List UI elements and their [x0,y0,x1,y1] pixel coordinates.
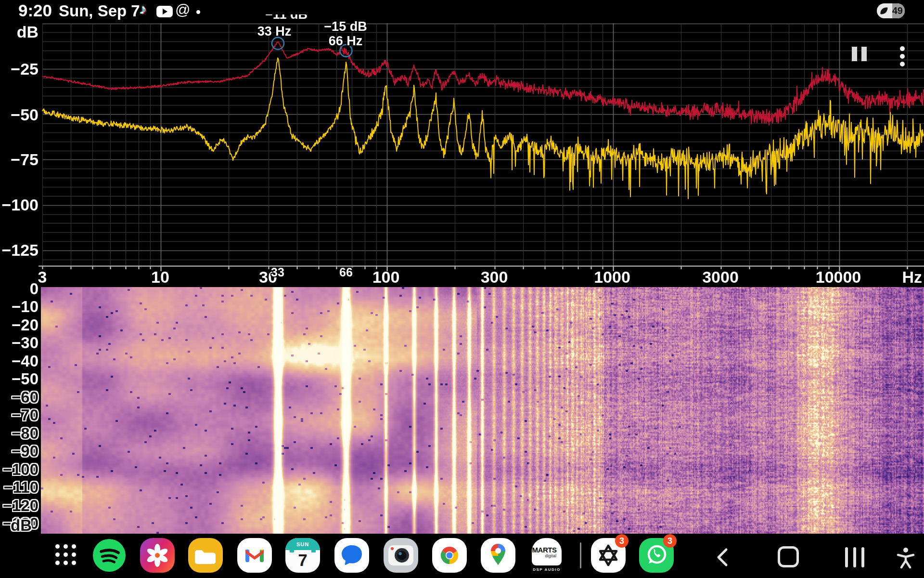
sg-tick: −30 [0,334,38,352]
accessibility-person-icon [894,546,917,569]
spotify-icon [92,538,127,573]
y-axis-unit: dB [0,23,38,41]
x-tick: 10 [127,268,194,287]
gmail-icon [237,538,272,573]
chatgpt-badge: 3 [615,534,629,548]
x-tick: 10000 [805,268,872,287]
sg-tick: −20 [0,316,38,334]
sg-tick: 0 [0,280,38,298]
sg-tick: −100 [0,460,38,479]
peak-marker-db-66: −15 dB [317,20,374,34]
x-tick: 300 [461,268,528,287]
gallery-flower-icon [140,538,175,573]
folder-icon [188,538,223,573]
sg-tick: −10 [0,298,38,316]
threads-notification-icon: @ [175,1,190,19]
sg-tick: −60 [0,388,38,407]
calendar-weekday: SUN [285,538,320,550]
app-chrome[interactable] [432,538,467,573]
status-bar[interactable]: 9:20 Sun, Sep 7 ♪ @ 49 [0,0,924,22]
home-icon [778,546,799,567]
spectrogram-waterfall[interactable] [41,287,924,534]
tiktok-notification-icon: ♪ [140,1,147,17]
power-saving-leaf-icon [879,6,889,16]
y-tick: −100 [0,196,38,214]
spectrum-plot[interactable] [0,0,924,289]
marts-title: MARTS [529,546,559,554]
harmonic-axis-label-66: 66 [312,265,380,279]
sg-tick: −110 [0,478,38,497]
messages-bubble-icon [334,538,369,573]
x-tick: 1000 [578,268,646,287]
marts-subtitle: digital [529,553,556,558]
sg-unit: dB [0,516,32,535]
youtube-notification-icon [156,6,173,17]
y-tick: −125 [0,241,38,260]
sg-tick: −40 [0,352,38,370]
y-tick: −50 [0,105,38,124]
overflow-menu-button[interactable] [897,44,908,69]
app-messages[interactable] [334,538,369,573]
camera-lens-icon [384,538,418,573]
maps-pin-icon [481,538,515,573]
app-gallery[interactable] [140,538,175,573]
android-screen: 9:20 Sun, Sep 7 ♪ @ 49 dB −25 −50 −75 −1… [0,0,924,578]
peak-marker-db-33-clipped: −11 dB [257,14,315,24]
app-marts-digital[interactable]: MARTS digital DSP AUDIO [529,538,564,573]
dock-separator [580,542,581,568]
clock: 9:20 [18,1,52,20]
app-maps[interactable] [481,538,515,573]
app-my-files[interactable] [188,538,223,573]
chrome-icon [432,538,467,573]
sg-tick: −70 [0,406,38,424]
calendar-day: 7 [285,551,320,570]
app-whatsapp[interactable]: 3 [639,538,674,573]
app-spotify[interactable] [92,538,127,573]
app-camera[interactable] [384,538,418,573]
whatsapp-badge: 3 [663,534,677,548]
nav-home-button[interactable] [778,538,799,573]
sg-tick: −120 [0,497,38,515]
back-chevron-icon [712,546,735,569]
recents-icon [845,547,848,567]
peak-marker-freq-66: 66 Hz [317,34,374,48]
sg-tick: −80 [0,424,38,443]
x-axis-unit: Hz [884,268,922,287]
y-tick: −25 [0,60,38,79]
marts-caption: DSP AUDIO [529,567,564,572]
sg-tick: −50 [0,370,38,388]
app-chatgpt[interactable]: 3 [591,538,626,573]
taskbar-dock: SUN 7 [0,534,924,578]
more-notifications-dot [196,10,200,14]
battery-indicator: 49 [877,3,905,18]
nav-back-button[interactable] [712,538,735,573]
x-tick: 3000 [687,268,754,287]
app-calendar[interactable]: SUN 7 [285,538,320,573]
pause-button[interactable] [852,47,868,61]
date: Sun, Sep 7 [59,2,140,20]
app-drawer-button[interactable] [55,544,77,565]
sg-tick: −90 [0,442,38,460]
y-tick: −75 [0,150,38,169]
harmonic-axis-label-33: 33 [244,265,311,279]
app-gmail[interactable] [237,538,272,573]
nav-recents-button[interactable] [845,538,864,573]
battery-percent: 49 [892,5,903,16]
peak-marker-freq-33: 33 Hz [245,25,303,39]
nav-accessibility-button[interactable] [894,538,917,573]
